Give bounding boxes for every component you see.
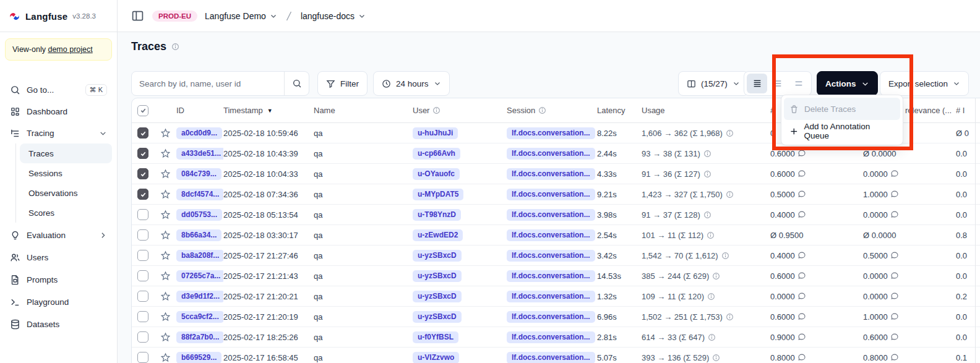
row-checkbox[interactable] bbox=[137, 291, 148, 302]
sidebar-item-scores[interactable]: Scores bbox=[20, 203, 112, 223]
table-row[interactable]: 88f2a7b0... 2025-02-17 18:25:26 qa u-f0Y… bbox=[132, 327, 980, 348]
star-icon[interactable] bbox=[160, 148, 171, 159]
trace-id-badge[interactable]: 084c739... bbox=[176, 168, 221, 180]
sidebar-item-prompts[interactable]: Prompts bbox=[5, 268, 112, 291]
session-badge[interactable]: lf.docs.conversation... bbox=[507, 148, 595, 160]
table-row[interactable]: b669529... 2025-02-17 16:58:45 qa u-VIZz… bbox=[132, 348, 980, 363]
user-badge[interactable]: u-yzSBxcD bbox=[413, 291, 462, 302]
row-checkbox[interactable] bbox=[137, 270, 148, 281]
trace-id-badge[interactable]: dd05753... bbox=[176, 209, 222, 221]
star-icon[interactable] bbox=[160, 210, 171, 220]
sidebar-item-sessions[interactable]: Sessions bbox=[20, 163, 112, 183]
actions-button[interactable]: Actions bbox=[817, 71, 878, 96]
row-checkbox[interactable] bbox=[137, 189, 148, 200]
sidebar-item-datasets[interactable]: Datasets bbox=[5, 313, 112, 335]
trace-id-badge[interactable]: b669529... bbox=[176, 352, 221, 363]
row-checkbox[interactable] bbox=[137, 352, 148, 363]
session-badge[interactable]: lf.docs.conversation... bbox=[507, 168, 595, 180]
column-visibility-button[interactable]: (15/27) bbox=[678, 71, 749, 96]
row-checkbox[interactable] bbox=[137, 127, 148, 139]
user-badge[interactable]: u-yzSBxcD bbox=[413, 250, 462, 262]
session-badge[interactable]: lf.docs.conversation... bbox=[507, 270, 595, 282]
select-all-checkbox[interactable] bbox=[137, 105, 148, 116]
table-row[interactable]: 8dcf4574... 2025-02-18 07:34:36 qa u-MYp… bbox=[132, 184, 980, 205]
star-icon[interactable] bbox=[160, 271, 171, 281]
header-usage[interactable]: Usage bbox=[642, 106, 770, 115]
session-badge[interactable]: lf.docs.conversation... bbox=[507, 291, 595, 302]
sidebar-item-traces[interactable]: Traces bbox=[20, 143, 112, 163]
trace-id-badge[interactable]: 8dcf4574... bbox=[176, 189, 223, 200]
trace-id-badge[interactable]: 8b66a34... bbox=[176, 229, 221, 241]
row-checkbox[interactable] bbox=[137, 168, 148, 179]
trace-id-badge[interactable]: a433de51... bbox=[176, 148, 223, 160]
sidebar-item-users[interactable]: Users bbox=[5, 246, 112, 268]
user-badge[interactable]: u-T98YnzD bbox=[413, 209, 461, 221]
star-icon[interactable] bbox=[160, 189, 171, 200]
export-selection-button[interactable]: Export selection bbox=[880, 71, 969, 96]
user-badge[interactable]: u-yzSBxcD bbox=[413, 270, 462, 282]
trace-id-badge[interactable]: 07265c7a... bbox=[176, 270, 223, 282]
trace-id-badge[interactable]: d3e9d1f2... bbox=[176, 291, 223, 302]
table-row[interactable]: 8b66a34... 2025-02-18 03:30:17 qa u-zEwd… bbox=[132, 225, 980, 246]
table-row[interactable]: 084c739... 2025-02-18 10:04:33 qa u-OYau… bbox=[132, 164, 980, 184]
table-row[interactable]: 5cca9cf2... 2025-02-17 21:20:19 qa u-yzS… bbox=[132, 307, 980, 327]
search-button[interactable] bbox=[284, 72, 309, 95]
project-selector[interactable]: langfuse-docs bbox=[301, 11, 366, 21]
session-badge[interactable]: lf.docs.conversation... bbox=[507, 352, 595, 363]
user-badge[interactable]: u-zEwdED2 bbox=[413, 229, 463, 241]
row-checkbox[interactable] bbox=[137, 148, 148, 159]
star-icon[interactable] bbox=[160, 291, 171, 302]
sidebar-item-playground[interactable]: Playground bbox=[5, 291, 112, 313]
user-badge[interactable]: u-huJhuJi bbox=[413, 127, 458, 139]
row-checkbox[interactable] bbox=[137, 311, 148, 322]
row-checkbox[interactable] bbox=[137, 209, 148, 220]
sidebar-item-observations[interactable]: Observations bbox=[20, 183, 112, 203]
row-height-medium-button[interactable] bbox=[768, 74, 788, 93]
header-latency[interactable]: Latency bbox=[597, 106, 642, 115]
header-user[interactable]: User bbox=[413, 106, 507, 115]
sidebar-toggle-button[interactable] bbox=[131, 9, 145, 23]
user-badge[interactable]: u-MYpDAT5 bbox=[413, 189, 463, 200]
trace-id-badge[interactable]: 5cca9cf2... bbox=[176, 311, 223, 323]
table-row[interactable]: dd05753... 2025-02-18 05:13:54 qa u-T98Y… bbox=[132, 205, 980, 225]
row-height-tall-button[interactable] bbox=[788, 74, 809, 93]
user-badge[interactable]: u-VIZzvwo bbox=[413, 352, 459, 363]
table-row[interactable]: a433de51... 2025-02-18 10:43:39 qa u-cp6… bbox=[132, 143, 980, 164]
header-name[interactable]: Name bbox=[314, 106, 413, 115]
session-badge[interactable]: lf.docs.conversation... bbox=[507, 127, 595, 139]
search-input[interactable] bbox=[132, 72, 284, 95]
star-icon[interactable] bbox=[160, 332, 171, 343]
header-id[interactable]: ID bbox=[176, 106, 223, 115]
sidebar-item-goto[interactable]: Go to... ⌘ K bbox=[5, 79, 112, 100]
session-badge[interactable]: lf.docs.conversation... bbox=[507, 331, 595, 343]
row-checkbox[interactable] bbox=[137, 229, 148, 241]
star-icon[interactable] bbox=[160, 250, 171, 261]
menu-item-delete-traces[interactable]: Delete Traces bbox=[784, 98, 900, 120]
time-range-button[interactable]: 24 hours bbox=[373, 71, 450, 96]
table-row[interactable]: d3e9d1f2... 2025-02-17 21:20:21 qa u-yzS… bbox=[132, 286, 980, 307]
user-badge[interactable]: u-OYauofc bbox=[413, 168, 460, 180]
star-icon[interactable] bbox=[160, 128, 171, 139]
user-badge[interactable]: u-cp66Avh bbox=[413, 148, 460, 160]
session-badge[interactable]: lf.docs.conversation... bbox=[507, 209, 595, 221]
info-icon[interactable] bbox=[171, 43, 179, 51]
sidebar-item-tracing[interactable]: Tracing bbox=[5, 122, 112, 143]
row-checkbox[interactable] bbox=[137, 250, 148, 261]
demo-project-link[interactable]: demo project bbox=[48, 45, 92, 54]
star-icon[interactable] bbox=[160, 352, 171, 363]
table-row[interactable]: 07265c7a... 2025-02-17 21:21:43 qa u-yzS… bbox=[132, 266, 980, 286]
trace-id-badge[interactable]: a0cd0d9... bbox=[176, 127, 222, 139]
trace-id-badge[interactable]: ba8a208f... bbox=[176, 250, 223, 262]
sidebar-item-dashboard[interactable]: Dashboard bbox=[5, 100, 112, 122]
star-icon[interactable] bbox=[160, 169, 171, 179]
header-relevance[interactable]: relevance (... bbox=[905, 106, 956, 115]
star-icon[interactable] bbox=[160, 230, 171, 241]
filter-button[interactable]: Filter bbox=[317, 71, 368, 96]
table-row[interactable]: ba8a208f... 2025-02-17 21:27:46 qa u-yzS… bbox=[132, 246, 980, 266]
header-session[interactable]: Session bbox=[507, 106, 597, 115]
user-badge[interactable]: u-f0YfBSL bbox=[413, 331, 458, 343]
session-badge[interactable]: lf.docs.conversation... bbox=[507, 250, 595, 262]
header-timestamp[interactable]: Timestamp▼ bbox=[223, 106, 314, 115]
header-edge[interactable]: # I bbox=[956, 106, 980, 115]
menu-item-add-to-annotation-queue[interactable]: Add to Annotation Queue bbox=[784, 120, 900, 142]
